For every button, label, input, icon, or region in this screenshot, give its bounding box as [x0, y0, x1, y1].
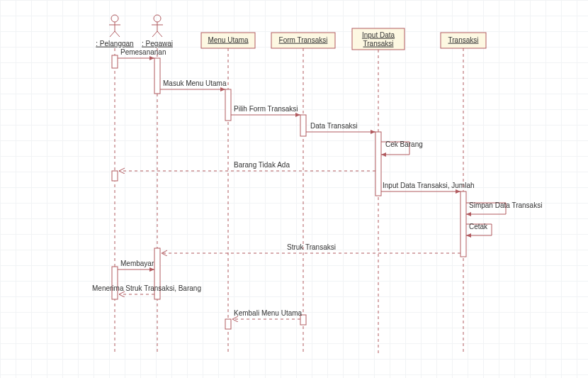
lifeline-input-label2: Transaksi [363, 40, 394, 48]
message-pilih-form-label: Pilih Form Transaksi [234, 105, 298, 113]
message-menerima-label: Menerima Struk Transaksi, Barang [92, 284, 201, 292]
lifeline-menu-label: Menu Utama [208, 36, 249, 44]
lifeline-transaksi-label: Transaksi [448, 36, 479, 44]
activation [375, 132, 381, 196]
message-kembali-label: Kembali Menu Utama [234, 309, 303, 317]
message-input-jumlah-label: Input Data Transaksi, Jumlah [383, 182, 475, 189]
lifeline-form-label: Form Transaksi [279, 36, 328, 44]
message-cek-barang: Cek Barang [381, 140, 423, 155]
message-input-jumlah: Input Data Transaksi, Jumlah [381, 182, 475, 191]
message-pilih-form: Pilih Form Transaksi [231, 105, 300, 115]
message-cetak-label: Cetak [469, 223, 488, 230]
message-simpan: Simpan Data Transaksi [466, 201, 542, 214]
message-cetak: Cetak [466, 223, 492, 235]
activation [112, 267, 118, 299]
message-pemesananan: Pemesananan [118, 48, 166, 58]
lifeline-form: Form Transaksi [271, 33, 335, 355]
lifeline-input-label1: Input Data [362, 31, 395, 39]
message-kembali: Kembali Menu Utama [232, 309, 303, 319]
sequence-diagram: : Pelanggan : Pegawai Menu Utama Form Tr… [0, 0, 588, 378]
svg-point-6 [154, 15, 161, 22]
svg-line-10 [157, 31, 162, 37]
message-struk-label: Struk Transaksi [287, 243, 336, 251]
message-struk: Struk Transaksi [162, 243, 460, 253]
activation [225, 319, 231, 329]
activation [112, 171, 118, 181]
lifeline-pegawai-label: : Pegawai [142, 40, 173, 48]
message-data-transaksi-label: Data Transaksi [310, 122, 358, 130]
lifeline-pelanggan-label: : Pelanggan [96, 40, 133, 48]
message-cek-barang-label: Cek Barang [385, 140, 423, 148]
svg-point-0 [111, 15, 118, 22]
message-simpan-label: Simpan Data Transaksi [469, 201, 542, 209]
message-membayar: Membayar [118, 260, 154, 269]
message-data-transaksi: Data Transaksi [306, 122, 375, 132]
activation [154, 58, 160, 94]
activation [460, 191, 466, 257]
message-masuk-menu-label: Masuk Menu Utama [163, 79, 227, 87]
activation [112, 55, 118, 68]
activation [225, 89, 231, 121]
activation [300, 115, 306, 136]
message-pemesananan-label: Pemesananan [120, 48, 166, 56]
svg-line-4 [115, 31, 120, 37]
message-masuk-menu: Masuk Menu Utama [160, 79, 227, 89]
message-membayar-label: Membayar [120, 260, 154, 267]
message-menerima: Menerima Struk Transaksi, Barang [92, 284, 201, 294]
svg-line-9 [152, 31, 157, 37]
svg-line-3 [110, 31, 115, 37]
message-barang-tidak-ada-label: Barang Tidak Ada [234, 161, 290, 169]
